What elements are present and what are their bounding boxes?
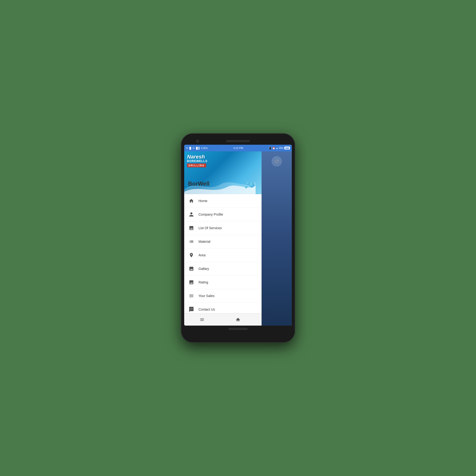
- phone-bottom: [184, 328, 292, 330]
- home-label: Home: [199, 199, 207, 203]
- logo-drilling: DRILLING: [187, 164, 206, 167]
- area-label: Area: [199, 253, 206, 257]
- menu-item-your-sales[interactable]: Your Sales: [184, 289, 262, 303]
- menu-item-gallery[interactable]: Gallary: [184, 262, 262, 276]
- menu-item-rating[interactable]: Rating: [184, 276, 262, 289]
- home-icon: [188, 198, 195, 204]
- network-label: G: [192, 147, 194, 150]
- your-sales-label: Your Sales: [199, 294, 214, 298]
- rating-label: Rating: [199, 280, 208, 284]
- logo-area: Naresh BOREWELLS DRILLING: [187, 154, 207, 167]
- menu-item-list-of-services[interactable]: List Of Services: [184, 221, 262, 235]
- phone-speaker: [226, 140, 250, 142]
- status-bar: H ▐▌ G ▐▌▌ 0.2K/s 4:12 PM 📳 ⏰ ▲ 99% ▮▮▮: [184, 145, 292, 151]
- list-of-services-label: List Of Services: [199, 226, 222, 230]
- app-name: BorWell: [188, 180, 209, 187]
- refresh-button[interactable]: [272, 156, 282, 167]
- phone-camera: [196, 140, 199, 143]
- menu-item-company-profile[interactable]: Company Profile: [184, 208, 262, 221]
- company-profile-label: Company Profile: [199, 213, 223, 216]
- menu-item-home[interactable]: Home: [184, 194, 262, 208]
- person-icon: [188, 211, 195, 218]
- status-time: 4:12 PM: [233, 147, 243, 150]
- menu-item-material[interactable]: Material: [184, 235, 262, 249]
- data-speed: 0.2K/s: [201, 147, 207, 150]
- phone-home-btn: [228, 328, 248, 330]
- alarm-icon: ⏰: [272, 147, 275, 150]
- rating-icon: [188, 279, 195, 286]
- screen-body: Naresh BOREWELLS DRILLING BorWel: [184, 151, 292, 325]
- logo-borewells: BOREWELLS: [187, 159, 207, 163]
- gallery-icon: [188, 265, 195, 272]
- sales-icon: [188, 292, 195, 299]
- battery-percent: 99%: [279, 147, 284, 150]
- phone-screen: H ▐▌ G ▐▌▌ 0.2K/s 4:12 PM 📳 ⏰ ▲ 99% ▮▮▮: [184, 145, 292, 325]
- material-icon: [188, 238, 195, 245]
- menu-item-area[interactable]: Area: [184, 249, 262, 262]
- status-right: 📳 ⏰ ▲ 99% ▮▮▮: [269, 147, 290, 150]
- network-signal: ▐▌▌: [195, 147, 200, 150]
- nav-menu-button[interactable]: [197, 315, 207, 324]
- status-left: H ▐▌ G ▐▌▌ 0.2K/s: [186, 147, 208, 150]
- nav-home-button[interactable]: [233, 315, 243, 324]
- material-label: Material: [199, 240, 210, 243]
- bottom-nav: [184, 313, 262, 325]
- logo-naresh: Naresh: [187, 154, 207, 159]
- signal-icon: ▐▌: [188, 147, 192, 150]
- contact-us-label: Contact Us: [199, 307, 215, 311]
- menu-list: Home Company Profile List: [184, 194, 262, 325]
- battery-icon: ▮▮▮: [284, 147, 290, 150]
- contact-icon: [188, 306, 195, 313]
- carrier-label: H: [186, 147, 188, 150]
- phone-device: H ▐▌ G ▐▌▌ 0.2K/s 4:12 PM 📳 ⏰ ▲ 99% ▮▮▮: [181, 133, 295, 343]
- right-panel: [262, 151, 292, 325]
- vibrate-icon: 📳: [269, 147, 272, 150]
- header-banner: Naresh BOREWELLS DRILLING BorWel: [184, 151, 262, 194]
- drawer-menu: Naresh BOREWELLS DRILLING BorWel: [184, 151, 262, 325]
- services-icon: [188, 225, 195, 231]
- wifi-icon: ▲: [276, 147, 278, 150]
- location-icon: [188, 252, 195, 258]
- gallery-label: Gallary: [199, 267, 209, 271]
- phone-top: [184, 137, 292, 145]
